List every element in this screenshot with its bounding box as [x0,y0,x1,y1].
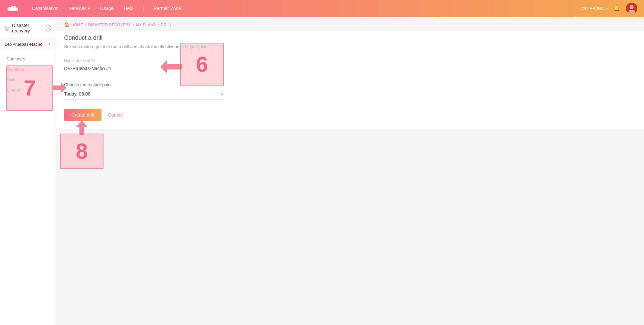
sidebar-item-drills[interactable]: Drills [0,74,56,85]
sidebar: ◎ Disaster recovery + DR-Pruebas-Nacho ▼… [0,17,56,325]
plan-arrow-icon: ▼ [48,42,51,46]
top-navigation: Organisation Services ▾ Usage Help Partn… [0,0,644,17]
drill-name-input[interactable] [64,64,224,74]
breadcrumb-my-plans[interactable]: MY PLANS [136,23,156,27]
sidebar-item-events[interactable]: Events [0,85,56,95]
plan-selector[interactable]: DR-Pruebas-Nacho ▼ [0,38,56,50]
notification-bell[interactable]: 🔔 [613,5,621,12]
nav-help[interactable]: Help [124,6,134,11]
page-subtitle: Select a restore point to run a drill an… [64,44,636,49]
breadcrumb-sep-3: / [158,23,159,27]
company-dot: ● [606,7,608,10]
restore-point-wrapper: Today, 06:08 ▾ [64,90,224,100]
nav-usage[interactable]: Usage [100,6,114,11]
restore-point-select[interactable]: Today, 06:08 [64,90,224,100]
drill-name-label: Name of the drill* [64,58,224,63]
nav-partner-zone[interactable]: Partner Zone [154,6,181,11]
sidebar-item-summary[interactable]: Summary [0,54,56,64]
plan-name: DR-Pruebas-Nacho [5,42,42,47]
page-title: Conduct a drill [64,34,636,41]
breadcrumb: 🏠 HOME / DISASTER RECOVERY / MY PLANS / … [56,17,644,31]
nav-links: Organisation Services ▾ Usage Help Partn… [32,5,582,12]
nav-right: OLLER INC ● 🔔 [582,3,637,14]
form-actions: Create drill Cancel [64,109,224,121]
nav-organisation[interactable]: Organisation [32,6,58,11]
sidebar-item-myplans[interactable]: My plans [0,64,56,74]
drill-form: Name of the drill* Choose the restore po… [64,58,224,121]
breadcrumb-sep-2: / [133,23,134,27]
breadcrumb-home-icon: 🏠 [64,22,69,27]
main-content: 🏠 HOME / DISASTER RECOVERY / MY PLANS / … [56,17,644,325]
add-plan-button[interactable]: + [45,25,51,31]
form-area: Conduct a drill Select a restore point t… [56,31,644,129]
breadcrumb-home[interactable]: HOME [71,23,83,27]
breadcrumb-drill: DRILL [161,23,172,27]
restore-point-label: Choose the restore point [64,82,224,87]
nav-services[interactable]: Services ▾ [68,6,90,11]
chevron-down-icon: ▾ [88,6,90,11]
logo[interactable] [7,4,19,13]
company-selector[interactable]: OLLER INC ● [582,6,608,11]
sidebar-header-left: ◎ Disaster recovery [5,23,45,33]
sidebar-menu: Summary My plans Drills Events [0,50,56,99]
breadcrumb-disaster-recovery[interactable]: DISASTER RECOVERY [88,23,131,27]
breadcrumb-sep-1: / [85,23,86,27]
svg-rect-3 [9,9,17,11]
cancel-button[interactable]: Cancel [108,112,123,118]
create-drill-button[interactable]: Create drill [64,109,101,121]
nav-divider [143,5,144,12]
disaster-recovery-icon: ◎ [5,25,9,31]
sidebar-title: Disaster recovery [12,23,45,33]
sidebar-header: ◎ Disaster recovery + [0,17,56,38]
svg-point-5 [630,5,634,9]
user-avatar[interactable] [626,3,637,14]
